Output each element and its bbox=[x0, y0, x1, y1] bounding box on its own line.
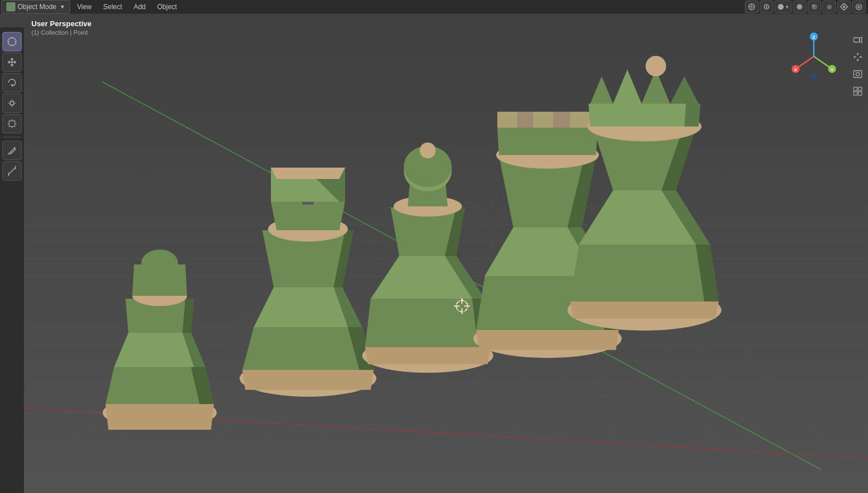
move-tool-button[interactable] bbox=[2, 52, 22, 72]
svg-point-6 bbox=[812, 5, 814, 7]
mode-dropdown-arrow: ▼ bbox=[60, 4, 65, 10]
svg-marker-74 bbox=[365, 299, 490, 347]
svg-marker-108 bbox=[589, 104, 700, 127]
svg-line-144 bbox=[9, 168, 15, 174]
view-camera-button[interactable] bbox=[850, 32, 866, 48]
svg-point-121 bbox=[8, 38, 16, 46]
svg-rect-152 bbox=[858, 87, 862, 91]
annotate-tool-button[interactable] bbox=[2, 141, 22, 160]
svg-point-150 bbox=[856, 72, 859, 76]
svg-marker-130 bbox=[7, 60, 10, 64]
svg-marker-94 bbox=[497, 128, 598, 155]
add-menu-item[interactable]: Add bbox=[128, 0, 151, 14]
svg-marker-73 bbox=[365, 347, 490, 364]
transform-tool-button[interactable] bbox=[2, 114, 22, 133]
svg-line-161 bbox=[814, 56, 830, 68]
shading-rendered-icon[interactable] bbox=[822, 1, 836, 13]
svg-rect-147 bbox=[854, 38, 859, 42]
svg-point-8 bbox=[843, 6, 845, 8]
svg-marker-109 bbox=[684, 104, 700, 127]
gizmo-toggle-icon[interactable] bbox=[760, 1, 773, 13]
object-mode-icon bbox=[6, 2, 15, 11]
svg-marker-67 bbox=[271, 202, 345, 230]
rotate-tool-button[interactable] bbox=[2, 73, 22, 92]
right-toolbar bbox=[847, 27, 868, 99]
top-right-toolbar: ▼ bbox=[745, 0, 868, 14]
viewport-collection-label: (1) Collection | Point bbox=[31, 29, 92, 36]
svg-point-84 bbox=[420, 142, 436, 158]
object-mode-selector[interactable]: Object Mode ▼ bbox=[1, 0, 70, 14]
svg-marker-47 bbox=[106, 404, 214, 430]
svg-text:Z: Z bbox=[813, 35, 816, 40]
svg-point-3 bbox=[778, 4, 784, 10]
measure-tool-button[interactable] bbox=[2, 161, 22, 181]
toolbar-separator-1 bbox=[3, 137, 21, 137]
svg-text:Y: Y bbox=[830, 67, 834, 72]
object-mode-label: Object Mode bbox=[18, 3, 56, 11]
svg-point-11 bbox=[858, 6, 859, 7]
svg-marker-86 bbox=[476, 330, 619, 350]
svg-point-164 bbox=[811, 74, 817, 79]
svg-point-5 bbox=[812, 4, 817, 10]
svg-rect-138 bbox=[9, 121, 15, 127]
svg-marker-101 bbox=[570, 245, 719, 301]
shading-solid-icon[interactable] bbox=[793, 1, 806, 13]
object-menu-item[interactable]: Object bbox=[151, 0, 182, 14]
snap-icon[interactable] bbox=[837, 1, 851, 13]
svg-marker-71 bbox=[271, 168, 345, 179]
svg-marker-131 bbox=[14, 60, 17, 64]
view-render-button[interactable] bbox=[850, 66, 866, 82]
viewport-shading-dropdown[interactable]: ▼ bbox=[774, 1, 792, 13]
3d-viewport[interactable]: User Perspective (1) Collection | Point bbox=[0, 14, 868, 493]
svg-rect-151 bbox=[854, 87, 857, 91]
view-grid-button[interactable] bbox=[850, 83, 866, 99]
top-menu-bar: Object Mode ▼ View Select Add Object bbox=[0, 0, 868, 14]
svg-rect-154 bbox=[858, 92, 862, 95]
svg-line-158 bbox=[797, 56, 814, 68]
viewport-overlay-icon[interactable] bbox=[745, 1, 759, 13]
viewport-perspective-label: User Perspective bbox=[31, 19, 92, 28]
viewport-info: User Perspective (1) Collection | Point bbox=[31, 19, 92, 36]
svg-rect-149 bbox=[854, 71, 862, 78]
svg-marker-128 bbox=[10, 58, 14, 60]
scene-canvas bbox=[0, 14, 868, 493]
svg-point-2 bbox=[766, 6, 768, 8]
left-toolbar bbox=[0, 27, 24, 493]
svg-rect-133 bbox=[10, 101, 14, 105]
svg-text:X: X bbox=[794, 67, 797, 72]
view-menu-item[interactable]: View bbox=[71, 0, 98, 14]
scale-tool-button[interactable] bbox=[2, 93, 22, 113]
svg-marker-59 bbox=[242, 370, 374, 390]
select-menu-item[interactable]: Select bbox=[98, 0, 128, 14]
proportional-edit-icon[interactable] bbox=[852, 1, 866, 13]
svg-marker-100 bbox=[570, 301, 719, 319]
svg-point-114 bbox=[646, 56, 666, 76]
shading-material-icon[interactable] bbox=[808, 1, 821, 13]
svg-point-57 bbox=[141, 250, 178, 277]
svg-rect-153 bbox=[854, 92, 857, 95]
navigation-gizmo[interactable]: Z X Y bbox=[788, 31, 839, 82]
cursor-tool-button[interactable] bbox=[2, 32, 22, 51]
view-pan-button[interactable] bbox=[850, 49, 866, 65]
svg-marker-98 bbox=[497, 112, 598, 128]
svg-marker-129 bbox=[10, 64, 14, 67]
